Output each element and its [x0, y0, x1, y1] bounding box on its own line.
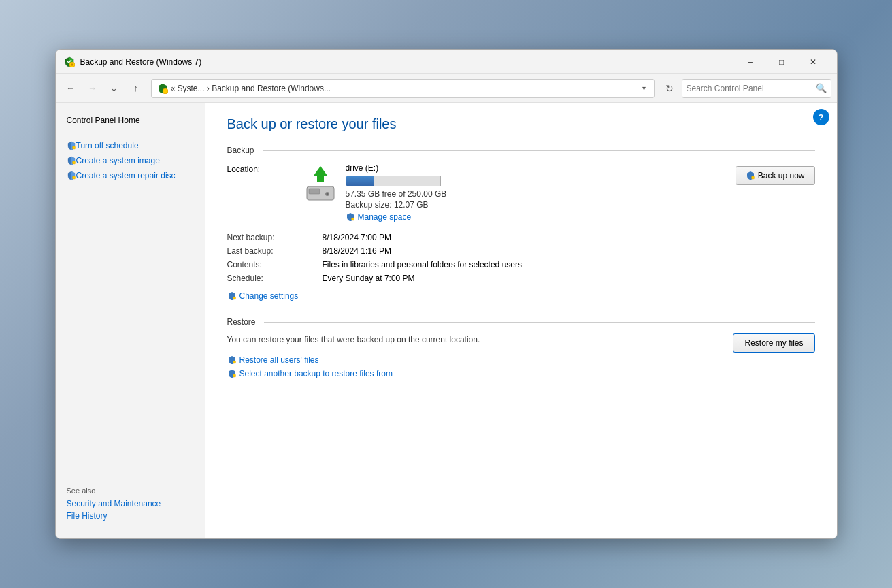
sidebar-links: Turn off schedule Create a system image — [56, 138, 205, 183]
svg-rect-3 — [72, 161, 75, 164]
restore-links: Restore all users' files Select another … — [227, 355, 815, 378]
shield-icon-manage — [346, 212, 355, 222]
back-button[interactable]: ← — [61, 79, 80, 98]
backup-now-label: Back up now — [758, 171, 805, 180]
next-backup-row: Next backup: 8/18/2024 7:00 PM — [227, 233, 815, 242]
app-icon — [64, 56, 75, 67]
shield-icon-1 — [67, 141, 76, 150]
backup-now-button[interactable]: Back up now — [736, 166, 815, 185]
content-panel: Back up or restore your files Backup Loc… — [205, 103, 837, 538]
svg-rect-2 — [72, 146, 75, 149]
drive-icon — [303, 165, 337, 204]
restore-my-files-button[interactable]: Restore my files — [733, 333, 814, 353]
restore-section: You can restore your files that were bac… — [227, 335, 815, 378]
last-backup-value: 8/18/2024 1:16 PM — [323, 246, 391, 256]
forward-button[interactable]: → — [83, 79, 102, 98]
backup-divider — [263, 150, 815, 151]
see-also-security-maintenance[interactable]: Security and Maintenance — [67, 497, 194, 510]
drive-free: 57.35 GB free of 250.00 GB — [346, 189, 447, 199]
svg-rect-4 — [72, 176, 75, 179]
sidebar-item-control-panel-home[interactable]: Control Panel Home — [56, 114, 205, 127]
shield-icon-2 — [67, 156, 76, 165]
refresh-button[interactable]: ↻ — [660, 79, 679, 98]
drive-name: drive (E:) — [346, 163, 447, 173]
page-title: Back up or restore your files — [227, 116, 815, 132]
sidebar-item-create-system-repair-disc[interactable]: Create a system repair disc — [56, 168, 205, 183]
svg-rect-13 — [233, 361, 235, 363]
svg-rect-12 — [233, 297, 235, 299]
sidebar-create-repair-disc-label: Create a system repair disc — [76, 171, 176, 180]
contents-label: Contents: — [227, 260, 323, 270]
select-another-backup-link[interactable]: Select another backup to restore files f… — [227, 369, 815, 378]
main-window: Backup and Restore (Windows 7) – □ ✕ ← →… — [55, 49, 838, 539]
maximize-button[interactable]: □ — [766, 51, 797, 73]
recent-locations-button[interactable]: ⌄ — [105, 79, 124, 98]
window-title: Backup and Restore (Windows 7) — [80, 57, 735, 67]
svg-marker-5 — [314, 166, 327, 182]
contents-row: Contents: Files in libraries and persona… — [227, 260, 815, 270]
shield-icon-3 — [67, 171, 76, 180]
last-backup-label: Last backup: — [227, 246, 323, 256]
svg-rect-11 — [751, 176, 754, 179]
breadcrumb-text: « Syste... › Backup and Restore (Windows… — [171, 84, 640, 93]
see-also-file-history[interactable]: File History — [67, 510, 194, 522]
svg-rect-14 — [233, 374, 235, 377]
breadcrumb-dropdown-button[interactable]: ▾ — [640, 84, 648, 92]
see-also-label: See also — [67, 487, 194, 495]
nav-bar: ← → ⌄ ↑ « Syste... › Backup and Restore … — [56, 74, 837, 103]
sidebar: Control Panel Home Turn off schedule — [56, 103, 205, 538]
restore-section-header: Restore — [227, 317, 815, 327]
backup-section: Location: — [227, 163, 815, 222]
up-button[interactable]: ↑ — [127, 79, 146, 98]
backup-size-value: 12.07 GB — [394, 200, 429, 210]
shield-icon-settings — [227, 291, 237, 301]
contents-value: Files in libraries and personal folders … — [323, 260, 522, 270]
location-label: Location: — [227, 165, 261, 174]
restore-divider — [264, 322, 815, 323]
breadcrumb[interactable]: « Syste... › Backup and Restore (Windows… — [151, 79, 655, 98]
shield-icon-select-backup — [227, 369, 237, 378]
restore-all-users-label: Restore all users' files — [239, 355, 319, 365]
sidebar-turn-off-schedule-label: Turn off schedule — [76, 141, 139, 150]
drive-info: drive (E:) 57.35 GB free of 250.00 GB Ba… — [346, 163, 447, 222]
change-settings-label: Change settings — [239, 291, 299, 301]
svg-rect-7 — [309, 189, 320, 194]
help-button[interactable]: ? — [813, 109, 829, 125]
close-button[interactable]: ✕ — [797, 51, 829, 73]
breadcrumb-icon — [157, 83, 168, 94]
sidebar-item-turn-off-schedule[interactable]: Turn off schedule — [56, 138, 205, 153]
next-backup-label: Next backup: — [227, 233, 323, 242]
window-controls: – □ ✕ — [735, 51, 829, 73]
schedule-row: Schedule: Every Sunday at 7:00 PM — [227, 274, 815, 283]
select-another-backup-label: Select another backup to restore files f… — [239, 369, 393, 378]
backup-info-table: Next backup: 8/18/2024 7:00 PM Last back… — [227, 233, 815, 283]
drive-progress-bar — [346, 176, 441, 186]
last-backup-row: Last backup: 8/18/2024 1:16 PM — [227, 246, 815, 256]
search-icon[interactable]: 🔍 — [816, 83, 827, 93]
backup-now-icon — [746, 171, 755, 180]
change-settings-link[interactable]: Change settings — [227, 291, 815, 301]
manage-space-label: Manage space — [358, 212, 412, 222]
schedule-label: Schedule: — [227, 274, 323, 283]
svg-point-1 — [163, 88, 168, 94]
restore-description: You can restore your files that were bac… — [227, 335, 480, 344]
minimize-button[interactable]: – — [735, 51, 766, 73]
svg-rect-10 — [351, 218, 354, 220]
backup-location-area: Location: — [227, 163, 722, 222]
search-input[interactable] — [687, 84, 816, 93]
svg-point-9 — [326, 193, 328, 195]
main-area: Control Panel Home Turn off schedule — [56, 103, 837, 538]
drive-backup-size: Backup size: 12.07 GB — [346, 200, 447, 210]
shield-icon-restore-all — [227, 355, 237, 365]
restore-all-users-link[interactable]: Restore all users' files — [227, 355, 815, 365]
progress-bar-fill — [346, 176, 374, 186]
manage-space-link[interactable]: Manage space — [346, 212, 447, 222]
search-bar: 🔍 — [682, 79, 831, 98]
sidebar-item-create-system-image[interactable]: Create a system image — [56, 153, 205, 168]
drive-section: drive (E:) 57.35 GB free of 250.00 GB Ba… — [303, 163, 447, 222]
sidebar-create-system-image-label: Create a system image — [76, 156, 160, 165]
next-backup-value: 8/18/2024 7:00 PM — [323, 233, 391, 242]
schedule-value: Every Sunday at 7:00 PM — [323, 274, 415, 283]
backup-section-label: Backup — [227, 146, 254, 155]
title-bar: Backup and Restore (Windows 7) – □ ✕ — [56, 50, 837, 74]
